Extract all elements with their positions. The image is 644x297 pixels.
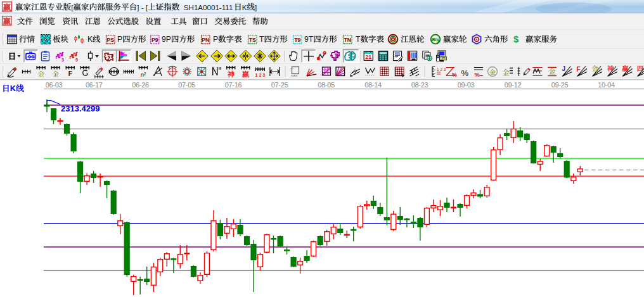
svg-text:J: J — [562, 65, 566, 72]
svg-text:21: 21 — [365, 54, 371, 60]
svg-text:F: F — [577, 66, 581, 73]
svg-text:1 2 3: 1 2 3 — [255, 73, 266, 77]
svg-text:SH1A0001-111: SH1A0001-111 — [184, 3, 233, 11]
svg-text:]: ] — [137, 3, 139, 11]
svg-text:K: K — [87, 35, 93, 44]
svg-text:TS: TS — [249, 37, 256, 43]
svg-text:P: P — [213, 35, 218, 44]
svg-text:09-03: 09-03 — [458, 81, 475, 89]
svg-text:]: ] — [255, 3, 257, 11]
svg-text:9P: 9P — [162, 35, 171, 44]
svg-text:08-14: 08-14 — [364, 81, 382, 89]
svg-text:08-05: 08-05 — [318, 81, 335, 89]
svg-text:3: 3 — [61, 58, 64, 62]
svg-text:07-16: 07-16 — [225, 81, 242, 89]
svg-text:06-26: 06-26 — [132, 81, 149, 89]
svg-text:%: % — [452, 72, 457, 78]
svg-text:06-03: 06-03 — [46, 81, 63, 89]
svg-text:K: K — [242, 3, 247, 11]
svg-text:K: K — [10, 84, 16, 93]
svg-text:06-17: 06-17 — [86, 81, 103, 89]
svg-text:2313.4299: 2313.4299 — [61, 104, 100, 113]
svg-text:T: T — [259, 35, 264, 44]
svg-text:%: % — [475, 71, 480, 78]
svg-text:08-23: 08-23 — [411, 81, 428, 89]
svg-text:n²: n² — [141, 71, 146, 78]
svg-text:TN: TN — [344, 37, 351, 43]
svg-text:PS: PS — [106, 37, 114, 43]
svg-text:%: % — [461, 68, 469, 78]
svg-text:10-04: 10-04 — [598, 81, 615, 89]
svg-text:09-25: 09-25 — [551, 81, 569, 89]
svg-text:P: P — [117, 35, 122, 44]
svg-text:07-05: 07-05 — [178, 81, 195, 89]
svg-text:PN: PN — [202, 37, 209, 43]
svg-text:T: T — [356, 35, 361, 44]
svg-text:9T: 9T — [304, 35, 314, 44]
svg-text:$: $ — [513, 34, 519, 44]
svg-text:Big: Big — [432, 37, 440, 42]
svg-text:09-12: 09-12 — [505, 81, 522, 89]
svg-text:P9: P9 — [151, 37, 158, 43]
svg-text:T9: T9 — [294, 37, 300, 43]
svg-text:1 2 3: 1 2 3 — [437, 67, 446, 72]
svg-text:9: 9 — [75, 58, 78, 62]
svg-text:07-25: 07-25 — [271, 81, 288, 89]
svg-text:F: F — [68, 70, 72, 77]
svg-text:-: - — [141, 3, 144, 11]
